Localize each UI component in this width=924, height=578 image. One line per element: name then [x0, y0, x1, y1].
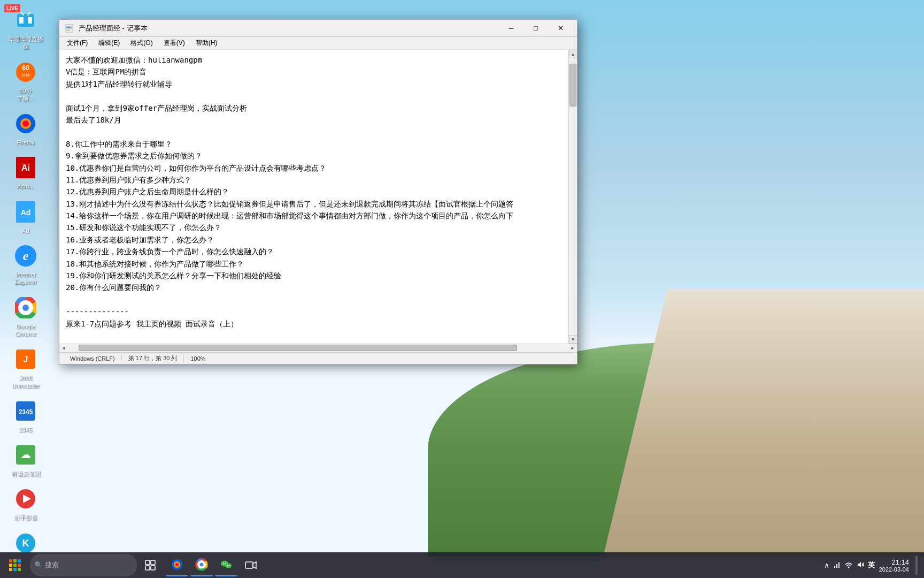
taskbar-chrome[interactable]: [190, 554, 213, 576]
60min-label: 60分了解...: [17, 87, 34, 103]
youdao-label: 有道云笔记: [11, 470, 41, 477]
taskbar-clock[interactable]: 21:14 2022-03-04: [879, 558, 909, 573]
start-button[interactable]: [4, 554, 26, 576]
ad-icon: Ad: [13, 199, 38, 225]
tray-volume[interactable]: [856, 560, 865, 571]
firefox-icon: [13, 111, 38, 136]
svg-point-43: [200, 563, 204, 567]
svg-point-18: [22, 305, 29, 311]
notepad-title-text: 产品经理面经 - 记事本: [79, 24, 499, 33]
notepad-menubar: 文件(F) 编辑(E) 格式(O) 查看(V) 帮助(H): [59, 37, 577, 50]
taskbar-right: ∧: [824, 556, 924, 575]
notepad-content-area: 大家不懂的欢迎加微信：hulianwangpm V信是：互联网PM的拼音 提供1…: [59, 50, 577, 344]
scroll-up-arrow[interactable]: ▲: [569, 50, 578, 58]
desktop-icon-area: LIVE 哔哩哔哩直播 姬 60 分钟 60: [0, 0, 53, 552]
svg-rect-2: [28, 17, 32, 24]
svg-rect-54: [838, 562, 840, 568]
tray-arrow[interactable]: ∧: [824, 561, 829, 569]
svg-rect-52: [834, 566, 835, 568]
clock-date: 2022-03-04: [879, 566, 909, 573]
svg-point-40: [175, 563, 179, 566]
svg-rect-33: [66, 30, 70, 31]
minimize-button[interactable]: ─: [499, 20, 523, 37]
hscrollbar-track[interactable]: [68, 344, 568, 352]
notepad-text-area[interactable]: 大家不懂的欢迎加微信：hulianwangpm V信是：互联网PM的拼音 提供1…: [59, 50, 568, 344]
ie-icon: e: [13, 243, 38, 269]
horizontal-scrollbar[interactable]: ◄ ►: [59, 344, 577, 352]
svg-rect-37: [151, 566, 155, 570]
desktop-icon-splayer[interactable]: 射手影音: [4, 483, 47, 524]
desktop-icon-ie[interactable]: e InternetExplorer: [4, 240, 47, 290]
menu-help[interactable]: 帮助(H): [190, 37, 223, 49]
splayer-icon: [13, 486, 38, 512]
taskbar-firefox[interactable]: [166, 554, 188, 576]
firefox-label: Firefox: [17, 139, 35, 146]
svg-rect-53: [836, 564, 837, 568]
svg-text:K: K: [22, 538, 29, 549]
windows-logo: [9, 559, 21, 571]
vertical-scrollbar[interactable]: ▲ ▼: [568, 50, 577, 344]
chrome-label: GoogleChrome: [15, 323, 36, 338]
svg-text:Ai: Ai: [21, 163, 30, 172]
2345-label: 2345: [19, 426, 32, 434]
desktop-icon-2345[interactable]: 2345 2345: [4, 395, 47, 437]
desktop-icon-ad[interactable]: Ad Ad: [4, 196, 47, 238]
svg-point-45: [223, 563, 224, 564]
scroll-right-arrow[interactable]: ►: [568, 344, 577, 353]
clock-time: 21:14: [879, 558, 909, 566]
language-indicator[interactable]: 英: [868, 560, 875, 570]
notepad-title-icon: [64, 23, 74, 34]
svg-text:☁: ☁: [20, 448, 31, 460]
svg-rect-31: [66, 27, 72, 28]
statusbar-position: 第 17 行，第 30 列: [122, 354, 184, 362]
desktop: LIVE 哔哩哔哩直播 姬 60 分钟 60: [0, 0, 924, 578]
adobe-label: Acro...: [17, 182, 34, 190]
taskbar-wechat[interactable]: [215, 554, 237, 576]
tray-network[interactable]: [833, 560, 841, 571]
2345-icon: 2345: [13, 398, 38, 424]
splayer-label: 射手影音: [14, 514, 37, 521]
desktop-icon-adobe[interactable]: Ai Acro...: [4, 151, 47, 193]
statusbar-zoom: 100%: [184, 355, 212, 362]
hscrollbar-thumb[interactable]: [79, 345, 517, 351]
desktop-icon-chrome[interactable]: GoogleChrome: [4, 292, 47, 341]
adobe-icon: Ai: [13, 155, 38, 180]
close-button[interactable]: ✕: [548, 20, 573, 37]
svg-rect-30: [66, 26, 72, 27]
desktop-icon-youdao[interactable]: ☁ 有道云笔记: [4, 439, 47, 481]
scroll-left-arrow[interactable]: ◄: [59, 344, 68, 353]
desktop-icon-firefox[interactable]: Firefox: [4, 108, 47, 149]
ad-label: Ad: [22, 227, 29, 234]
svg-text:分钟: 分钟: [21, 73, 30, 78]
svg-text:2345: 2345: [19, 408, 33, 416]
ie-label: InternetExplorer: [15, 271, 37, 286]
svg-text:J: J: [24, 355, 28, 364]
menu-format[interactable]: 格式(O): [125, 37, 158, 49]
youdao-icon: ☁: [13, 442, 38, 468]
svg-point-10: [22, 120, 29, 127]
notepad-titlebar: 产品经理面经 - 记事本 ─ □ ✕: [59, 20, 577, 37]
tray-wifi[interactable]: [844, 560, 853, 571]
maximize-button[interactable]: □: [523, 20, 548, 37]
taskbar: 🔍 搜索: [0, 552, 924, 578]
svg-point-48: [227, 565, 228, 566]
menu-edit[interactable]: 编辑(E): [93, 37, 125, 49]
svg-text:Ad: Ad: [21, 208, 31, 217]
svg-rect-1: [19, 17, 24, 24]
show-desktop-button[interactable]: [915, 556, 918, 575]
desktop-icon-bilibili[interactable]: LIVE 哔哩哔哩直播 姬: [4, 4, 47, 54]
desktop-icon-jobit[interactable]: J JobItUninstaller: [4, 343, 47, 393]
scrollbar-track[interactable]: [569, 58, 577, 335]
taskbar-search[interactable]: 🔍 搜索: [30, 554, 137, 576]
notepad-window-controls: ─ □ ✕: [499, 20, 573, 37]
desktop-icon-60min[interactable]: 60 分钟 60分了解...: [4, 56, 47, 106]
60min-icon: 60 分钟: [13, 59, 38, 85]
scrollbar-thumb[interactable]: [569, 64, 576, 107]
svg-rect-35: [151, 560, 155, 565]
menu-file[interactable]: 文件(F): [61, 37, 93, 49]
jobit-icon: J: [13, 346, 38, 372]
scroll-down-arrow[interactable]: ▼: [569, 335, 578, 344]
menu-view[interactable]: 查看(V): [158, 37, 190, 49]
task-view-button[interactable]: [139, 554, 161, 576]
taskbar-video[interactable]: [240, 554, 262, 576]
